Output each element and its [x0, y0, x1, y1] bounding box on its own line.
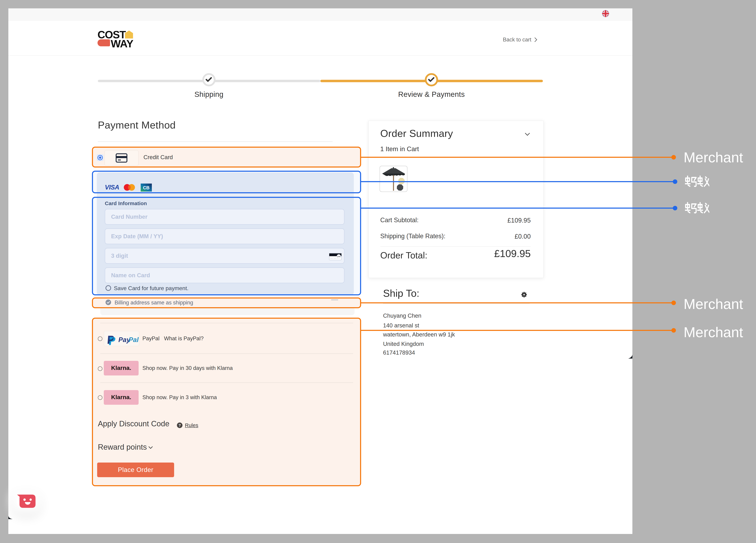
svg-text:CB: CB [143, 185, 150, 190]
svg-text:Pal: Pal [129, 336, 139, 343]
svg-text:CVV: CVV [337, 256, 340, 257]
